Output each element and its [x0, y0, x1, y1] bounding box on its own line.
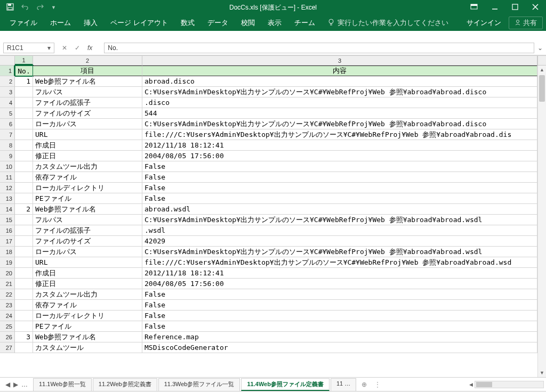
- sheet-tab[interactable]: 11.4Web参照ファイル定義書: [241, 378, 329, 391]
- cell-no[interactable]: [15, 300, 33, 311]
- sheet-tab[interactable]: 11 …: [331, 378, 356, 391]
- cell-no[interactable]: [15, 193, 33, 204]
- horizontal-scrollbar[interactable]: ◀ ▶: [475, 381, 544, 388]
- tab-insert[interactable]: 挿入: [77, 15, 104, 31]
- cell-no[interactable]: [15, 247, 33, 257]
- cell-no[interactable]: 3: [15, 332, 33, 342]
- cell-value[interactable]: False: [142, 289, 537, 300]
- cell-value[interactable]: MSDiscoCodeGenerator: [142, 342, 537, 353]
- sheet-tab[interactable]: 11.2Web参照定義書: [93, 378, 157, 391]
- cell-key[interactable]: フルパス: [33, 215, 142, 225]
- undo-icon[interactable]: [21, 4, 29, 12]
- row-header[interactable]: 19: [0, 257, 15, 268]
- cell-value[interactable]: abroad.wsdl: [142, 204, 537, 215]
- cell-value[interactable]: False: [142, 161, 537, 172]
- cell-value[interactable]: file:///C:¥Users¥Admin¥Desktop¥出力サンプルのソー…: [142, 257, 537, 268]
- row-header[interactable]: 1: [0, 66, 15, 76]
- tab-home[interactable]: ホーム: [44, 15, 77, 31]
- enter-formula-icon[interactable]: ✓: [75, 44, 80, 52]
- chevron-down-icon[interactable]: ▾: [47, 44, 51, 52]
- row-header[interactable]: 9: [0, 151, 15, 161]
- cell-value[interactable]: False: [142, 193, 537, 204]
- cell-key[interactable]: PEファイル: [33, 193, 142, 204]
- row-header[interactable]: 20: [0, 268, 15, 279]
- cell-value[interactable]: C:¥Users¥Admin¥Desktop¥出力サンプルのソース¥C#¥Web…: [142, 247, 537, 257]
- cell-key[interactable]: ローカルディレクトリ: [33, 183, 142, 193]
- sign-in-button[interactable]: サインイン: [459, 18, 509, 28]
- cell-value[interactable]: 42029: [142, 236, 537, 247]
- cell-no[interactable]: [15, 140, 33, 151]
- formula-input[interactable]: No.: [104, 43, 534, 53]
- cell-key[interactable]: URL: [33, 129, 142, 140]
- cell-key[interactable]: ローカルパス: [33, 119, 142, 129]
- cell-key[interactable]: Web参照ファイル名: [33, 332, 142, 342]
- cell-value[interactable]: 544: [142, 108, 537, 119]
- tab-view[interactable]: 表示: [261, 15, 288, 31]
- cell-value[interactable]: .wsdl: [142, 225, 537, 236]
- cell-no[interactable]: [15, 289, 33, 300]
- cell-no[interactable]: [15, 129, 33, 140]
- cell-value[interactable]: C:¥Users¥Admin¥Desktop¥出力サンプルのソース¥C#¥Web…: [142, 215, 537, 225]
- cell-no[interactable]: [15, 215, 33, 225]
- cell-value[interactable]: 2004/08/05 17:56:00: [142, 151, 537, 161]
- row-header[interactable]: 23: [0, 300, 15, 311]
- row-header[interactable]: 6: [0, 119, 15, 129]
- cell-no[interactable]: [15, 183, 33, 193]
- cell-value[interactable]: Reference.map: [142, 332, 537, 342]
- cancel-formula-icon[interactable]: ✕: [62, 44, 67, 52]
- row-header[interactable]: 10: [0, 161, 15, 172]
- sheet-tab[interactable]: 11.3Web参照ファイル一覧: [158, 378, 240, 391]
- cell-value[interactable]: False: [142, 311, 537, 321]
- cell-no[interactable]: 2: [15, 204, 33, 215]
- vertical-scrollbar[interactable]: ▲ ▼: [537, 66, 546, 377]
- scroll-down-icon[interactable]: ▼: [538, 369, 546, 377]
- row-header[interactable]: 27: [0, 342, 15, 353]
- cell-value[interactable]: C:¥Users¥Admin¥Desktop¥出力サンプルのソース¥C#¥Web…: [142, 87, 537, 97]
- column-header-3[interactable]: 3: [142, 56, 537, 65]
- header-content[interactable]: 内容: [142, 66, 537, 76]
- row-header[interactable]: 17: [0, 236, 15, 247]
- cell-key[interactable]: 依存ファイル: [33, 172, 142, 183]
- header-no[interactable]: No.: [15, 66, 33, 76]
- cell-key[interactable]: 作成日: [33, 268, 142, 279]
- cell-no[interactable]: [15, 257, 33, 268]
- row-header[interactable]: 13: [0, 193, 15, 204]
- redo-icon[interactable]: [36, 4, 44, 12]
- row-header[interactable]: 24: [0, 311, 15, 321]
- tab-data[interactable]: データ: [201, 15, 235, 31]
- save-icon[interactable]: [6, 3, 14, 12]
- tab-page-layout[interactable]: ページ レイアウト: [104, 15, 174, 31]
- row-header[interactable]: 5: [0, 108, 15, 119]
- maximize-icon[interactable]: [512, 4, 518, 12]
- cell-no[interactable]: [15, 161, 33, 172]
- select-all-corner[interactable]: [0, 56, 15, 65]
- scroll-right-icon[interactable]: ▶: [544, 381, 546, 388]
- cell-no[interactable]: [15, 119, 33, 129]
- scroll-thumb[interactable]: [539, 75, 545, 102]
- cell-value[interactable]: C:¥Users¥Admin¥Desktop¥出力サンプルのソース¥C#¥Web…: [142, 119, 537, 129]
- cell-no[interactable]: [15, 342, 33, 353]
- cell-key[interactable]: 作成日: [33, 140, 142, 151]
- scroll-left-icon[interactable]: ◀: [467, 381, 475, 388]
- cell-key[interactable]: ローカルパス: [33, 247, 142, 257]
- tab-file[interactable]: ファイル: [3, 15, 44, 31]
- cell-no[interactable]: [15, 279, 33, 289]
- cell-key[interactable]: カスタムツール: [33, 342, 142, 353]
- cell-key[interactable]: URL: [33, 257, 142, 268]
- cell-key[interactable]: フルパス: [33, 87, 142, 97]
- tab-formulas[interactable]: 数式: [174, 15, 201, 31]
- cell-key[interactable]: 修正日: [33, 279, 142, 289]
- cell-value[interactable]: False: [142, 183, 537, 193]
- hscroll-thumb[interactable]: [476, 382, 492, 387]
- cell-key[interactable]: PEファイル: [33, 321, 142, 332]
- cell-value[interactable]: .disco: [142, 97, 537, 108]
- cell-key[interactable]: 依存ファイル: [33, 300, 142, 311]
- cell-no[interactable]: [15, 151, 33, 161]
- name-box[interactable]: R1C1 ▾: [3, 43, 54, 53]
- fx-icon[interactable]: fx: [87, 44, 97, 52]
- tab-team[interactable]: チーム: [288, 15, 322, 31]
- sheet-tab[interactable]: 11.1Web参照一覧: [33, 378, 92, 391]
- cell-value[interactable]: False: [142, 172, 537, 183]
- row-header[interactable]: 25: [0, 321, 15, 332]
- cell-key[interactable]: Web参照ファイル名: [33, 76, 142, 87]
